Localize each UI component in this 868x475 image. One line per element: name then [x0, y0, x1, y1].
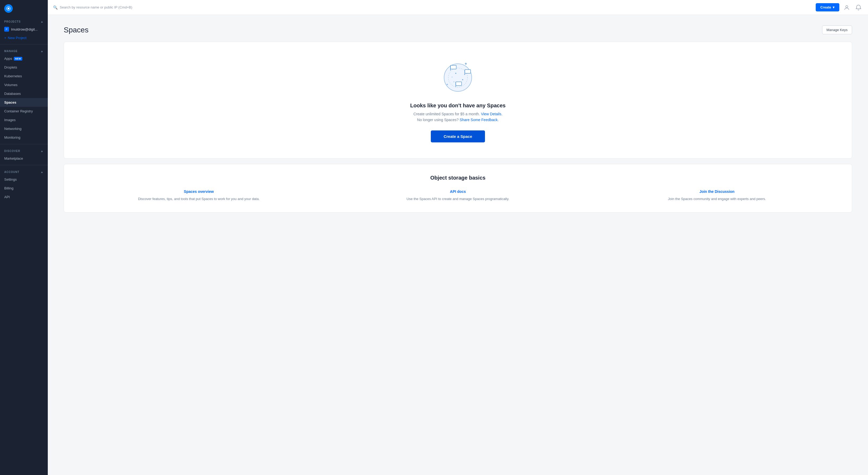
account-collapse-icon[interactable]: ▲: [41, 171, 43, 174]
sidebar-item-apps[interactable]: Apps NEW: [0, 54, 48, 63]
spaces-overview-link[interactable]: Spaces overview: [74, 189, 323, 194]
basics-grid: Spaces overview Discover features, tips,…: [74, 189, 841, 202]
projects-section-header: PROJECTS ▲: [0, 17, 48, 25]
create-space-button[interactable]: Create a Space: [431, 130, 485, 142]
sidebar-item-databases[interactable]: Databases: [0, 89, 48, 98]
header-actions: Create ▾: [816, 3, 863, 12]
dropdown-arrow-icon: ▾: [833, 5, 835, 9]
view-details-link[interactable]: View Details.: [481, 112, 502, 116]
join-discussion-link[interactable]: Join the Discussion: [593, 189, 841, 194]
account-section-header: ACCOUNT ▲: [0, 167, 48, 175]
sidebar-item-kubernetes[interactable]: Kubernetes: [0, 72, 48, 81]
basics-title: Object storage basics: [74, 175, 841, 181]
basics-item-discussion: Join the Discussion Join the Spaces comm…: [593, 189, 841, 202]
join-discussion-desc: Join the Spaces community and engage wit…: [593, 196, 841, 202]
basics-card: Object storage basics Spaces overview Di…: [64, 164, 852, 212]
sidebar-item-networking[interactable]: Networking: [0, 124, 48, 133]
manage-section-header: MANAGE ▲: [0, 47, 48, 54]
sidebar-item-volumes[interactable]: Volumes: [0, 81, 48, 89]
page-content: Spaces Manage Keys: [48, 15, 868, 475]
sidebar-item-container-registry[interactable]: Container Registry: [0, 107, 48, 116]
discover-section-header: DISCOVER ▲: [0, 146, 48, 154]
sidebar-item-billing[interactable]: Billing: [0, 184, 48, 192]
svg-rect-12: [465, 69, 471, 73]
svg-rect-10: [451, 65, 456, 69]
sidebar-item-marketplace[interactable]: Marketplace: [0, 154, 48, 163]
svg-point-18: [447, 84, 448, 85]
sidebar-logo[interactable]: [0, 0, 48, 17]
spaces-illustration: [439, 58, 476, 95]
empty-state-subtitle: Create unlimited Spaces for $5 a month. …: [413, 112, 502, 116]
user-icon[interactable]: [842, 3, 851, 12]
empty-state-title: Looks like you don't have any Spaces: [410, 102, 505, 109]
api-docs-desc: Use the Spaces API to create and manage …: [334, 196, 582, 202]
share-feedback-link[interactable]: Share Some Feedback.: [460, 118, 499, 122]
sidebar-item-droplets[interactable]: Droplets: [0, 63, 48, 72]
search-bar[interactable]: 🔍 Search by resource name or public IP (…: [53, 5, 812, 9]
basics-item-overview: Spaces overview Discover features, tips,…: [74, 189, 323, 202]
divider-3: [0, 165, 48, 165]
projects-collapse-icon[interactable]: ▲: [41, 20, 43, 23]
main-panel: 🔍 Search by resource name or public IP (…: [48, 0, 868, 475]
svg-rect-14: [456, 82, 462, 86]
svg-point-2: [846, 6, 848, 8]
page-title: Spaces: [64, 26, 88, 34]
project-icon: P: [4, 27, 9, 32]
sidebar: PROJECTS ▲ P lmuldrow@digit... + New Pro…: [0, 0, 48, 475]
divider-2: [0, 144, 48, 144]
sidebar-item-spaces[interactable]: Spaces: [0, 98, 48, 107]
search-icon: 🔍: [53, 5, 58, 9]
svg-point-7: [454, 82, 455, 82]
create-button[interactable]: Create ▾: [816, 3, 839, 11]
basics-item-api: API docs Use the Spaces API to create an…: [334, 189, 582, 202]
manage-collapse-icon[interactable]: ▲: [41, 50, 43, 53]
page-header: Spaces Manage Keys: [64, 26, 852, 34]
discover-collapse-icon[interactable]: ▲: [41, 150, 43, 152]
sidebar-item-api[interactable]: API: [0, 192, 48, 201]
apps-new-badge: NEW: [14, 57, 23, 61]
spaces-overview-desc: Discover features, tips, and tools that …: [74, 196, 323, 202]
logo-icon: [4, 4, 13, 13]
sidebar-item-settings[interactable]: Settings: [0, 175, 48, 184]
svg-point-9: [452, 77, 453, 78]
api-docs-link[interactable]: API docs: [334, 189, 582, 194]
divider-1: [0, 44, 48, 44]
top-header: 🔍 Search by resource name or public IP (…: [48, 0, 868, 15]
empty-state-card: Looks like you don't have any Spaces Cre…: [64, 42, 852, 158]
new-project-button[interactable]: + New Project: [0, 34, 48, 42]
manage-keys-button[interactable]: Manage Keys: [822, 26, 852, 34]
svg-point-5: [455, 73, 456, 74]
notifications-icon[interactable]: [854, 3, 863, 12]
sidebar-item-images[interactable]: Images: [0, 116, 48, 124]
svg-point-1: [8, 8, 9, 9]
svg-point-6: [462, 79, 463, 80]
empty-state-feedback: No longer using Spaces? Share Some Feedb…: [417, 118, 498, 122]
plus-icon: +: [4, 36, 6, 40]
current-project[interactable]: P lmuldrow@digit...: [0, 25, 48, 34]
sidebar-item-monitoring[interactable]: Monitoring: [0, 133, 48, 142]
